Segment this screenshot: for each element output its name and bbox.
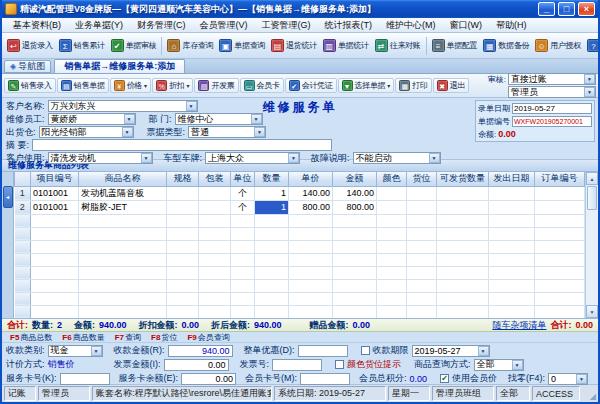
billtype-select[interactable]: 普通▼ [188, 126, 266, 138]
sales-entry-button[interactable]: ✎销售录入 [4, 78, 56, 93]
cell-unit[interactable]: 个 [231, 200, 255, 214]
menu-window[interactable]: 窗口(W) [443, 18, 490, 32]
quit-button[interactable]: ✖退出 [433, 78, 469, 93]
cell-ship-date[interactable] [489, 200, 535, 214]
bill-audit-button[interactable]: ✔单据审核 [108, 36, 160, 55]
select-bill-button[interactable]: ▼选择单据▾ [338, 78, 395, 93]
service-card-input[interactable] [60, 373, 110, 385]
cell-item-code[interactable]: 0101001 [31, 200, 79, 214]
chevron-down-icon[interactable]: ▼ [124, 114, 135, 124]
chevron-down-icon[interactable]: ▼ [254, 127, 265, 137]
due-date-checkbox[interactable] [361, 346, 370, 355]
cell-package[interactable] [199, 200, 231, 214]
service-balance-input[interactable]: 0.00 [181, 373, 236, 385]
discount-button[interactable]: %折扣▾ [152, 78, 193, 93]
close-button[interactable]: × [578, 2, 595, 16]
menu-finance[interactable]: 财务管理(C) [130, 18, 193, 32]
cell-price[interactable]: 800.00 [289, 200, 333, 214]
stock-query-button[interactable]: ⌂库存查询 [164, 36, 216, 55]
cell-location[interactable] [407, 186, 437, 200]
chevron-down-icon[interactable]: ▼ [91, 346, 102, 356]
minimize-button[interactable]: _ [538, 2, 555, 16]
account-check-button[interactable]: ⇄往来对账 [372, 36, 424, 55]
chevron-down-icon[interactable]: ▼ [251, 114, 262, 124]
chevron-down-icon[interactable]: ▼ [141, 153, 152, 163]
chevron-down-icon[interactable]: ▼ [429, 153, 440, 163]
whole-discount-input[interactable] [298, 345, 348, 357]
menu-help[interactable]: 帮助(H) [489, 18, 534, 32]
maximize-button[interactable]: □ [558, 2, 575, 16]
table-row[interactable]: 1 0101001 发动机盖隔音板 个 1 140.00 140.00 [15, 186, 585, 200]
cell-goods-name[interactable]: 发动机盖隔音板 [79, 186, 167, 200]
menu-basic-data[interactable]: 基本资料(B) [6, 18, 68, 32]
fault-select[interactable]: 不能启动▼ [353, 152, 441, 164]
cell-unit[interactable]: 个 [231, 186, 255, 200]
warehouse-select[interactable]: 阳光经销部▼ [39, 126, 134, 138]
chevron-down-icon[interactable]: ▼ [478, 346, 489, 356]
cell-order-no[interactable] [535, 200, 585, 214]
cell-location[interactable] [407, 200, 437, 214]
pay-amount-input[interactable]: 940.00 [168, 345, 233, 357]
chevron-down-icon[interactable]: ▼ [576, 374, 587, 384]
collapse-panel-button[interactable]: ◂ [3, 186, 13, 208]
cell-price[interactable]: 140.00 [289, 186, 333, 200]
change-select[interactable]: 0▼ [548, 373, 588, 385]
user-auth-button[interactable]: ☺用户授权 [532, 36, 584, 55]
cell-goods-name[interactable]: 树脂胶-JET [79, 200, 167, 214]
row-number-cell[interactable]: 1 [15, 186, 31, 200]
scroll-track[interactable] [586, 211, 598, 305]
pay-type-select[interactable]: 现金▼ [48, 345, 103, 357]
cell-spec[interactable] [167, 200, 199, 214]
cell-amount[interactable]: 140.00 [333, 186, 377, 200]
scroll-thumb[interactable] [587, 186, 597, 210]
menu-business-bills[interactable]: 业务单据(Y) [68, 18, 130, 32]
chevron-down-icon[interactable]: ▼ [288, 153, 299, 163]
dept-select[interactable]: 维修中心▼ [175, 113, 263, 125]
member-card-input[interactable] [300, 373, 350, 385]
cell-qty-selected[interactable]: 1 [255, 200, 289, 214]
vehicle-select[interactable]: 上海大众▼ [205, 152, 300, 164]
customer-use-select[interactable]: 清洗发动机▼ [48, 152, 153, 164]
menu-members[interactable]: 会员管理(V) [193, 18, 255, 32]
scroll-up-icon[interactable]: ▲ [586, 172, 598, 185]
cell-ship-date[interactable] [489, 186, 535, 200]
chevron-down-icon[interactable]: ▼ [512, 360, 523, 370]
return-stats-button[interactable]: ▤退货统计 [268, 36, 320, 55]
table-row[interactable]: 2 0101001 树脂胶-JET 个 1 800.00 800.00 [15, 200, 585, 214]
record-date[interactable]: 2019-05-27 [512, 103, 592, 114]
audit-mode-select[interactable]: 直接过账▼ [508, 73, 596, 85]
bill-stats-button[interactable]: ▥单据统计 [320, 36, 372, 55]
cell-color[interactable] [377, 186, 407, 200]
chevron-down-icon[interactable]: ▼ [186, 101, 197, 111]
cell-item-code[interactable]: 0101001 [31, 186, 79, 200]
data-backup-button[interactable]: ▦数据备份 [480, 36, 532, 55]
resize-grip[interactable]: ◢ [582, 386, 596, 401]
tab-repair-service-bill[interactable]: 销售单据→维修服务单:添加 [54, 59, 185, 73]
cell-available-qty[interactable] [437, 200, 489, 214]
cell-qty[interactable]: 1 [255, 186, 289, 200]
member-card-button[interactable]: ▭会员卡 [240, 78, 284, 93]
chevron-down-icon[interactable]: ▼ [122, 127, 133, 137]
member-price-checkbox[interactable]: ✔ [440, 374, 449, 383]
row-number-cell[interactable]: 2 [15, 200, 31, 214]
query-mode-select[interactable]: 全部▼ [474, 359, 524, 371]
sales-bill-button[interactable]: ▤销售单据 [57, 78, 109, 93]
due-date-select[interactable]: 2019-05-27▼ [412, 345, 490, 357]
chevron-down-icon[interactable]: ▼ [584, 87, 595, 97]
sales-total-button[interactable]: Σ销售累计 [56, 36, 108, 55]
cell-spec[interactable] [167, 186, 199, 200]
staff-select[interactable]: 黄娇娇▼ [48, 113, 136, 125]
print-button[interactable]: ▦打印 [395, 78, 431, 93]
return-goods-entry-button[interactable]: ↩退货录入 [4, 36, 56, 55]
voucher-button[interactable]: ✔会计凭证 [285, 78, 337, 93]
cell-order-no[interactable] [535, 186, 585, 200]
customer-select[interactable]: 万兴刘东兴▼ [48, 100, 198, 112]
color-location-hint-checkbox[interactable] [335, 360, 344, 369]
chevron-down-icon[interactable]: ▼ [584, 74, 595, 84]
vertical-scrollbar[interactable]: ▲ ▼ [585, 172, 598, 318]
bill-query-button[interactable]: ▣单据查询 [216, 36, 268, 55]
operator-select[interactable]: 管理员▼ [508, 86, 596, 98]
cell-package[interactable] [199, 186, 231, 200]
menu-payroll[interactable]: 工资管理(G) [255, 18, 318, 32]
invoice-amount-input[interactable]: 0.00 [164, 359, 229, 371]
